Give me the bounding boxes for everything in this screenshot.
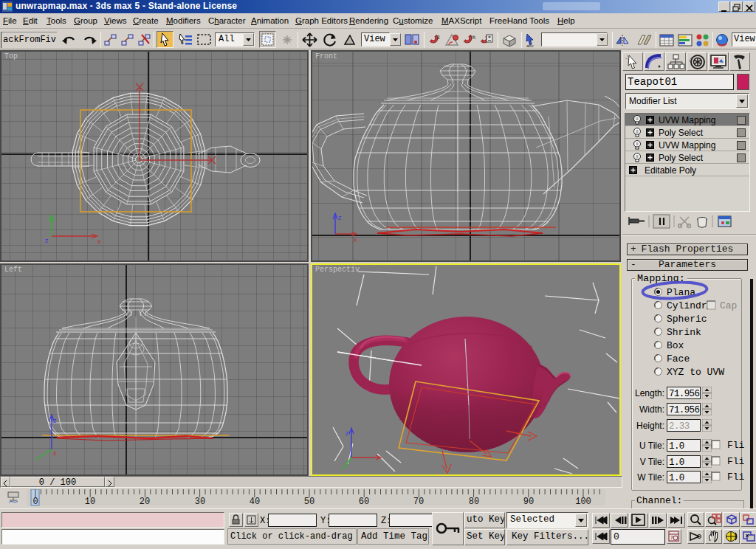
svg-text:80: 80 (469, 497, 479, 507)
svg-text:z: z (338, 214, 342, 221)
svg-text:x: x (354, 236, 357, 244)
svg-text:90: 90 (523, 497, 534, 507)
svg-text:30: 30 (195, 497, 205, 507)
svg-text:60: 60 (359, 497, 369, 507)
svg-text:50: 50 (304, 497, 315, 507)
svg-text:z: z (45, 237, 49, 244)
svg-text:100: 100 (575, 497, 591, 507)
svg-text:z: z (346, 429, 349, 437)
svg-text:40: 40 (250, 497, 260, 507)
svg-text:%: % (470, 34, 475, 41)
svg-text:z: z (53, 417, 57, 424)
svg-text:70: 70 (413, 497, 424, 507)
svg-text:20: 20 (140, 497, 150, 507)
svg-text:10: 10 (85, 497, 95, 507)
svg-text:x: x (97, 238, 101, 245)
svg-text:0: 0 (32, 497, 38, 507)
svg-text:7: 7 (670, 535, 673, 540)
svg-text:3: 3 (436, 34, 440, 41)
svg-text:abc: abc (526, 44, 534, 48)
svg-text:x: x (53, 449, 57, 457)
